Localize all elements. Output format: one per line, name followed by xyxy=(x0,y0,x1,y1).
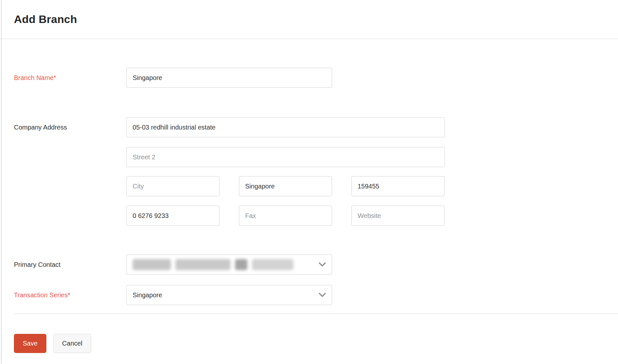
redacted-value xyxy=(133,259,293,270)
transaction-series-row: Transaction Series* Singapore xyxy=(14,285,618,305)
branch-name-label: Branch Name* xyxy=(14,68,126,88)
address-grid xyxy=(126,176,445,226)
branch-name-row: Branch Name* xyxy=(14,68,618,88)
primary-contact-label: Primary Contact xyxy=(14,255,126,275)
page-title: Add Branch xyxy=(14,13,77,26)
primary-contact-select[interactable] xyxy=(126,255,332,275)
street2-input[interactable] xyxy=(126,147,445,167)
form-divider xyxy=(14,313,618,314)
phone-input[interactable] xyxy=(126,206,220,226)
save-button[interactable]: Save xyxy=(14,334,46,353)
branch-name-input[interactable] xyxy=(126,68,332,88)
zip-input[interactable] xyxy=(351,176,445,196)
primary-contact-row: Primary Contact xyxy=(14,255,618,275)
city-input[interactable] xyxy=(126,176,220,196)
website-input[interactable] xyxy=(351,206,445,226)
company-address-row: Company Address xyxy=(14,117,618,226)
transaction-series-select[interactable]: Singapore xyxy=(126,285,332,305)
form-actions: Save Cancel xyxy=(14,334,618,364)
cancel-button[interactable]: Cancel xyxy=(53,334,91,353)
add-branch-form: Branch Name* Company Address Primary Con… xyxy=(0,68,618,364)
chevron-down-icon xyxy=(319,293,326,297)
company-address-group xyxy=(126,117,445,226)
chevron-down-icon xyxy=(319,262,326,267)
header: Add Branch xyxy=(0,0,618,39)
company-address-label: Company Address xyxy=(14,117,126,137)
street1-input[interactable] xyxy=(126,117,445,137)
fax-input[interactable] xyxy=(239,206,332,226)
state-input[interactable] xyxy=(239,176,332,196)
panel-left-border xyxy=(1,0,2,364)
transaction-series-label: Transaction Series* xyxy=(14,285,126,305)
transaction-series-value: Singapore xyxy=(133,291,162,299)
